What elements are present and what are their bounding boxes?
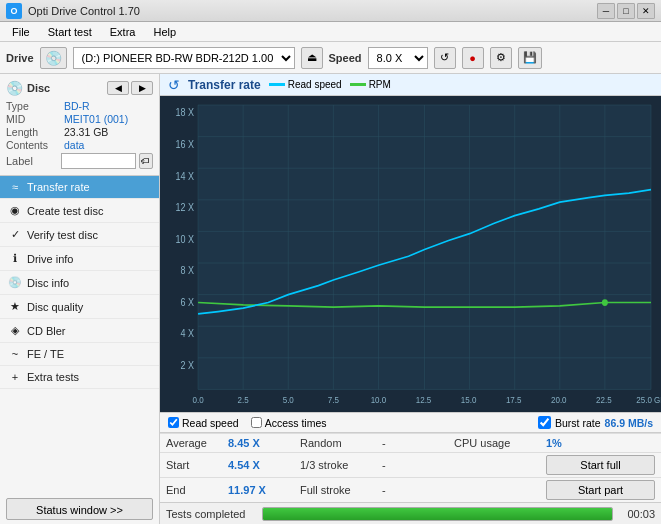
drive-select[interactable]: (D:) PIONEER BD-RW BDR-212D 1.00	[73, 47, 295, 69]
nav-transfer-rate-label: Transfer rate	[27, 181, 90, 193]
progress-bar-background	[262, 507, 613, 521]
start-full-button[interactable]: Start full	[546, 455, 655, 475]
length-label: Length	[6, 126, 64, 138]
nav-drive-info[interactable]: ℹ Drive info	[0, 247, 159, 271]
verify-test-disc-icon: ✓	[8, 228, 22, 241]
mid-label: MID	[6, 113, 64, 125]
menu-bar: File Start test Extra Help	[0, 22, 661, 42]
refresh-button[interactable]: ↺	[434, 47, 456, 69]
label-icon-btn[interactable]: 🏷	[139, 153, 153, 169]
nav-items: ≈ Transfer rate ◉ Create test disc ✓ Ver…	[0, 176, 159, 494]
disc-quality-icon: ★	[8, 300, 22, 313]
app-icon: O	[6, 3, 22, 19]
stats-row-1: Average 8.45 X Random - CPU usage 1%	[160, 433, 661, 452]
nav-create-test-disc[interactable]: ◉ Create test disc	[0, 199, 159, 223]
chart-container: 18 X 16 X 14 X 12 X 10 X 8 X 6 X 4 X 2 X…	[160, 96, 661, 412]
menu-extra[interactable]: Extra	[102, 24, 144, 40]
nav-fe-te[interactable]: ~ FE / TE	[0, 343, 159, 366]
drive-icon-btn[interactable]: 💿	[40, 47, 67, 69]
main-layout: 💿 Disc ◀ ▶ Type BD-R MID MEIT01 (001) Le…	[0, 74, 661, 524]
nav-fe-te-label: FE / TE	[27, 348, 64, 360]
svg-text:2 X: 2 X	[181, 360, 195, 372]
content-area: ↺ Transfer rate Read speed RPM	[160, 74, 661, 524]
minimize-button[interactable]: ─	[597, 3, 615, 19]
chart-legend: Read speed Access times Burst rate 86.9 …	[160, 412, 661, 433]
random-val: -	[382, 437, 452, 449]
svg-text:17.5: 17.5	[506, 395, 522, 406]
status-window-button[interactable]: Status window >>	[6, 498, 153, 520]
progress-bar-fill	[263, 508, 612, 520]
progress-area: Tests completed 00:03	[160, 502, 661, 524]
nav-disc-quality-label: Disc quality	[27, 301, 83, 313]
full-stroke-val: -	[382, 484, 452, 496]
nav-extra-tests[interactable]: + Extra tests	[0, 366, 159, 389]
svg-text:8 X: 8 X	[181, 265, 195, 277]
nav-cd-bler[interactable]: ◈ CD Bler	[0, 319, 159, 343]
start-part-button[interactable]: Start part	[546, 480, 655, 500]
label-input[interactable]	[61, 153, 136, 169]
contents-value: data	[64, 139, 84, 151]
sidebar: 💿 Disc ◀ ▶ Type BD-R MID MEIT01 (001) Le…	[0, 74, 160, 524]
svg-text:15.0: 15.0	[461, 395, 477, 406]
read-speed-checkbox[interactable]	[168, 417, 179, 428]
stroke13-val: -	[382, 459, 452, 471]
settings-button[interactable]: ⚙	[490, 47, 512, 69]
svg-text:4 X: 4 X	[181, 328, 195, 340]
burst-rate-checkbox[interactable]	[538, 416, 551, 429]
menu-start-test[interactable]: Start test	[40, 24, 100, 40]
fe-te-icon: ~	[8, 348, 22, 360]
average-label: Average	[166, 436, 226, 450]
mid-value: MEIT01 (001)	[64, 113, 128, 125]
svg-text:16 X: 16 X	[176, 138, 195, 150]
stats-row-3: End 11.97 X Full stroke - Start part	[160, 477, 661, 502]
burst-rate-legend-label: Burst rate	[555, 417, 601, 429]
cpu-val: 1%	[546, 437, 655, 449]
disc-prev-btn[interactable]: ◀	[107, 81, 129, 95]
maximize-button[interactable]: □	[617, 3, 635, 19]
disc-next-btn[interactable]: ▶	[131, 81, 153, 95]
cpu-label: CPU usage	[454, 436, 544, 450]
eject-button[interactable]: ⏏	[301, 47, 323, 69]
nav-verify-test-disc[interactable]: ✓ Verify test disc	[0, 223, 159, 247]
svg-text:10 X: 10 X	[176, 233, 195, 245]
type-label: Type	[6, 100, 64, 112]
svg-text:18 X: 18 X	[176, 107, 195, 119]
record-button[interactable]: ●	[462, 47, 484, 69]
svg-text:12 X: 12 X	[176, 202, 195, 214]
svg-text:5.0: 5.0	[283, 395, 294, 406]
svg-text:2.5: 2.5	[238, 395, 249, 406]
create-test-disc-icon: ◉	[8, 204, 22, 217]
menu-file[interactable]: File	[4, 24, 38, 40]
access-times-checkbox[interactable]	[251, 417, 262, 428]
legend-rpm-label: RPM	[369, 79, 391, 90]
svg-text:6 X: 6 X	[181, 296, 195, 308]
app-title: Opti Drive Control 1.70	[28, 5, 140, 17]
start-label: Start	[166, 458, 226, 472]
nav-disc-info[interactable]: 💿 Disc info	[0, 271, 159, 295]
chart-header: ↺ Transfer rate Read speed RPM	[160, 74, 661, 96]
title-bar: O Opti Drive Control 1.70 ─ □ ✕	[0, 0, 661, 22]
type-value: BD-R	[64, 100, 90, 112]
disc-panel: 💿 Disc ◀ ▶ Type BD-R MID MEIT01 (001) Le…	[0, 74, 159, 176]
nav-extra-tests-label: Extra tests	[27, 371, 79, 383]
cd-bler-icon: ◈	[8, 324, 22, 337]
nav-create-test-disc-label: Create test disc	[27, 205, 103, 217]
speed-select[interactable]: 8.0 X	[368, 47, 428, 69]
burst-rate-value: 86.9 MB/s	[605, 417, 653, 429]
read-speed-legend-label: Read speed	[182, 417, 239, 429]
average-val: 8.45 X	[228, 437, 298, 449]
save-button[interactable]: 💾	[518, 47, 542, 69]
nav-verify-test-disc-label: Verify test disc	[27, 229, 98, 241]
speed-label: Speed	[329, 52, 362, 64]
nav-transfer-rate[interactable]: ≈ Transfer rate	[0, 176, 159, 199]
legend-read-label: Read speed	[288, 79, 342, 90]
disc-label-label: Label	[6, 155, 58, 167]
nav-disc-quality[interactable]: ★ Disc quality	[0, 295, 159, 319]
svg-text:7.5: 7.5	[328, 395, 339, 406]
menu-help[interactable]: Help	[145, 24, 184, 40]
disc-icon: 💿	[6, 80, 23, 96]
transfer-rate-icon: ≈	[8, 181, 22, 193]
drive-label: Drive	[6, 52, 34, 64]
close-button[interactable]: ✕	[637, 3, 655, 19]
random-label: Random	[300, 436, 380, 450]
